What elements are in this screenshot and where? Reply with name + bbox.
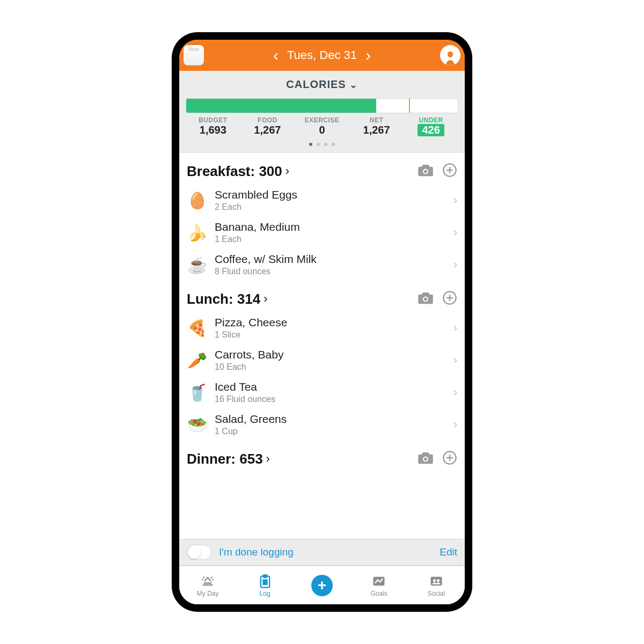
- calorie-summary: CALORIES ⌄ BUDGET1,693FOOD1,267EXERCISE0…: [179, 71, 465, 153]
- food-name: Salad, Greens: [215, 413, 446, 426]
- stat-exercise: EXERCISE0: [295, 116, 349, 136]
- summary-selector[interactable]: CALORIES ⌄: [179, 78, 465, 91]
- meal-title: Lunch: 314: [187, 291, 260, 308]
- camera-icon[interactable]: [418, 163, 434, 179]
- svg-point-11: [424, 458, 427, 461]
- food-name: Coffee, w/ Skim Milk: [215, 253, 446, 266]
- food-quantity: 1 Slice: [215, 330, 446, 340]
- svg-point-26: [433, 579, 436, 582]
- svg-line-17: [202, 579, 203, 580]
- add-food-button[interactable]: [442, 163, 457, 180]
- food-row[interactable]: 🍌Banana, Medium1 Each›: [179, 216, 465, 248]
- chevron-right-icon: ›: [264, 292, 267, 306]
- scale-icon[interactable]: [184, 45, 204, 65]
- food-row[interactable]: 🥕Carrots, Baby10 Each›: [179, 344, 465, 376]
- chevron-right-icon: ›: [453, 193, 457, 207]
- food-icon: 🍌: [187, 222, 207, 243]
- food-icon: 🥕: [187, 350, 207, 370]
- chevron-right-icon: ›: [453, 353, 457, 367]
- meal-header[interactable]: Breakfast: 300›: [179, 153, 465, 184]
- food-row[interactable]: 🍕Pizza, Cheese1 Slice›: [179, 312, 465, 344]
- food-quantity: 2 Each: [215, 202, 446, 212]
- tab-log[interactable]: Log: [236, 566, 293, 604]
- calorie-progress-bar: [186, 98, 458, 113]
- next-day-button[interactable]: ›: [363, 47, 373, 63]
- svg-point-1: [424, 170, 427, 173]
- food-name: Carrots, Baby: [215, 348, 446, 361]
- chevron-right-icon: ›: [453, 258, 457, 272]
- chevron-down-icon: ⌄: [349, 79, 358, 91]
- meal-header[interactable]: Dinner: 653›: [179, 441, 465, 472]
- svg-point-27: [437, 579, 440, 582]
- budget-marker: [409, 99, 410, 113]
- food-row[interactable]: 🥤Iced Tea16 Fluid ounces›: [179, 376, 465, 408]
- svg-rect-22: [263, 575, 267, 577]
- app-header: ‹ Tues, Dec 31 ›: [179, 40, 465, 71]
- camera-icon[interactable]: [418, 451, 434, 467]
- meal-title: Dinner: 653: [187, 451, 263, 467]
- tab-goals[interactable]: Goals: [350, 566, 407, 604]
- food-quantity: 16 Fluid ounces: [215, 394, 446, 404]
- stat-label: FOOD: [240, 116, 295, 124]
- food-row[interactable]: 🥚Scrambled Eggs2 Each›: [179, 184, 465, 216]
- svg-line-19: [203, 576, 204, 577]
- page-dot: [317, 143, 320, 146]
- food-icon: 🍕: [187, 318, 207, 338]
- tab-add[interactable]: +: [294, 566, 350, 604]
- food-row[interactable]: 🥗Salad, Greens1 Cup›: [179, 408, 465, 441]
- tab-label: Social: [427, 590, 445, 597]
- stat-value: 1,693: [186, 124, 240, 136]
- food-icon: 🥗: [187, 414, 207, 435]
- date-navigator: ‹ Tues, Dec 31 ›: [271, 47, 373, 63]
- chevron-right-icon: ›: [453, 225, 457, 239]
- stat-label: EXERCISE: [295, 116, 349, 124]
- stats-row: BUDGET1,693FOOD1,267EXERCISE0NET1,267UND…: [179, 113, 465, 136]
- food-icon: 🥚: [187, 190, 207, 210]
- food-row[interactable]: ☕Coffee, w/ Skim Milk8 Fluid ounces›: [179, 248, 465, 281]
- add-food-button[interactable]: [442, 290, 457, 308]
- svg-point-6: [424, 298, 427, 301]
- date-label[interactable]: Tues, Dec 31: [287, 48, 357, 62]
- meal-header[interactable]: Lunch: 314›: [179, 281, 465, 312]
- tab-label: My Day: [197, 590, 219, 597]
- page-dot: [309, 143, 312, 146]
- food-quantity: 10 Each: [215, 362, 446, 372]
- food-name: Scrambled Eggs: [215, 188, 446, 201]
- tab-label: Log: [260, 590, 270, 597]
- progress-fill: [186, 99, 376, 113]
- add-food-button[interactable]: [442, 450, 457, 467]
- page-dot: [324, 143, 327, 146]
- tab-social[interactable]: Social: [408, 566, 465, 604]
- food-quantity: 1 Each: [215, 235, 446, 244]
- stat-under: UNDER426: [404, 116, 458, 136]
- stat-label: UNDER: [404, 116, 458, 124]
- stat-value: 1,267: [349, 124, 404, 136]
- food-name: Banana, Medium: [215, 221, 446, 233]
- tab-bar: My Day Log + Goals Social: [179, 566, 465, 604]
- svg-rect-23: [262, 579, 267, 585]
- food-quantity: 8 Fluid ounces: [215, 267, 446, 276]
- camera-icon[interactable]: [418, 291, 434, 307]
- profile-avatar[interactable]: [440, 45, 460, 65]
- stat-value: 426: [418, 124, 444, 136]
- tab-my-day[interactable]: My Day: [179, 566, 236, 604]
- stat-food: FOOD1,267: [240, 116, 295, 136]
- stat-label: BUDGET: [186, 116, 240, 124]
- done-logging-label: I'm done logging: [219, 546, 294, 558]
- edit-button[interactable]: Edit: [440, 546, 457, 558]
- done-toggle[interactable]: [187, 545, 211, 560]
- page-dot: [332, 143, 335, 146]
- svg-line-18: [212, 579, 213, 580]
- prev-day-button[interactable]: ‹: [271, 47, 281, 63]
- done-logging-bar: I'm done logging Edit: [179, 539, 465, 566]
- food-quantity: 1 Cup: [215, 427, 446, 436]
- food-icon: ☕: [187, 254, 207, 275]
- chevron-right-icon: ›: [453, 385, 457, 399]
- chevron-right-icon: ›: [286, 164, 289, 178]
- food-name: Pizza, Cheese: [215, 316, 446, 329]
- stat-net: NET1,267: [349, 116, 404, 136]
- tab-label: Goals: [371, 590, 387, 597]
- chevron-right-icon: ›: [453, 321, 457, 335]
- svg-line-20: [211, 576, 212, 577]
- meal-title: Breakfast: 300: [187, 163, 282, 180]
